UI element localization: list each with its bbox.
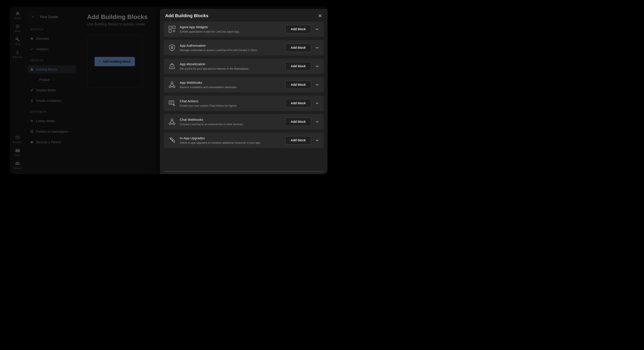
- add-block-button[interactable]: Add block: [285, 25, 311, 33]
- svg-point-24: [173, 123, 175, 125]
- chevron-down-icon: [315, 64, 319, 68]
- expand-button[interactable]: [315, 46, 319, 50]
- block-row-chat-actions: Chat Actions Create your own custom Chat…: [164, 96, 324, 111]
- chat-webhooks-icon: [168, 118, 176, 126]
- add-block-button[interactable]: Add block: [285, 62, 311, 70]
- svg-rect-11: [169, 26, 172, 29]
- svg-point-22: [171, 119, 173, 121]
- block-title: In-App Upgrades: [180, 136, 282, 140]
- add-block-button[interactable]: Add block: [285, 44, 311, 52]
- block-description: Embed applications inside the LiveChat A…: [180, 30, 282, 33]
- expand-button[interactable]: [315, 27, 319, 31]
- add-building-blocks-modal: Add Building Blocks Agent App Widgets Em…: [160, 9, 328, 174]
- block-row-app-webhooks: App Webhooks Receive installation and un…: [164, 77, 324, 93]
- add-block-button[interactable]: Add block: [285, 118, 311, 126]
- app-monetization-icon: $: [168, 62, 176, 70]
- block-description: Create your own custom Chat Actions for …: [180, 104, 282, 107]
- agent-app-widgets-icon: [168, 25, 176, 33]
- close-button[interactable]: [318, 13, 322, 18]
- block-row-app-authorization: App Authorization Manage credentials to …: [164, 40, 324, 55]
- svg-rect-13: [169, 30, 172, 32]
- svg-rect-19: [169, 101, 174, 104]
- modal-title: Add Building Blocks: [165, 13, 208, 18]
- svg-rect-12: [173, 26, 175, 29]
- block-title: App Authorization: [180, 44, 282, 48]
- chevron-down-icon: [315, 46, 319, 50]
- chevron-down-icon: [315, 83, 319, 87]
- expand-button[interactable]: [315, 101, 319, 106]
- chat-actions-icon: [168, 99, 176, 107]
- app-authorization-icon: [168, 44, 176, 52]
- svg-point-18: [173, 86, 175, 88]
- expand-button[interactable]: [315, 64, 319, 68]
- close-icon: [318, 13, 322, 18]
- block-row-agent-app-widgets: Agent App Widgets Embed applications ins…: [164, 21, 324, 37]
- chevron-down-icon: [315, 101, 319, 106]
- svg-point-16: [171, 82, 173, 84]
- svg-rect-14: [171, 47, 173, 49]
- expand-button[interactable]: [315, 83, 319, 87]
- block-row-app-monetization: $ App Monetization Set a price for your …: [164, 59, 324, 74]
- block-title: Chat Actions: [180, 99, 282, 103]
- block-row-chat-webhooks: Chat Webhooks Connect LiveChat to an ext…: [164, 114, 324, 130]
- svg-point-17: [169, 86, 171, 88]
- chevron-down-icon: [315, 138, 319, 143]
- block-title: App Webhooks: [180, 81, 282, 85]
- add-block-button[interactable]: Add block: [285, 99, 311, 108]
- block-description: Define in-app upgrades to monetize addit…: [180, 141, 282, 144]
- block-description: Set a price for your app and its feature…: [180, 67, 282, 70]
- block-title: App Monetization: [180, 62, 282, 66]
- block-title: Chat Webhooks: [180, 118, 282, 122]
- block-description: Manage credentials to access LiveChat AP…: [180, 49, 282, 52]
- block-row-in-app-upgrades: In-App Upgrades Define in-app upgrades t…: [164, 133, 324, 148]
- chevron-down-icon: [315, 27, 319, 31]
- svg-text:$: $: [171, 65, 173, 68]
- in-app-upgrades-icon: [168, 136, 176, 144]
- svg-point-23: [169, 123, 171, 125]
- add-block-button[interactable]: Add block: [285, 81, 311, 89]
- expand-button[interactable]: [315, 120, 319, 124]
- chevron-down-icon: [315, 120, 319, 124]
- block-description: Connect LiveChat to an external tool or …: [180, 123, 282, 126]
- add-block-button[interactable]: Add block: [285, 136, 311, 145]
- block-title: Agent App Widgets: [180, 25, 282, 29]
- scrollbar-track[interactable]: [164, 171, 324, 172]
- block-description: Receive installation and uninstallation …: [180, 86, 282, 89]
- app-webhooks-icon: [168, 81, 176, 89]
- expand-button[interactable]: [315, 138, 319, 143]
